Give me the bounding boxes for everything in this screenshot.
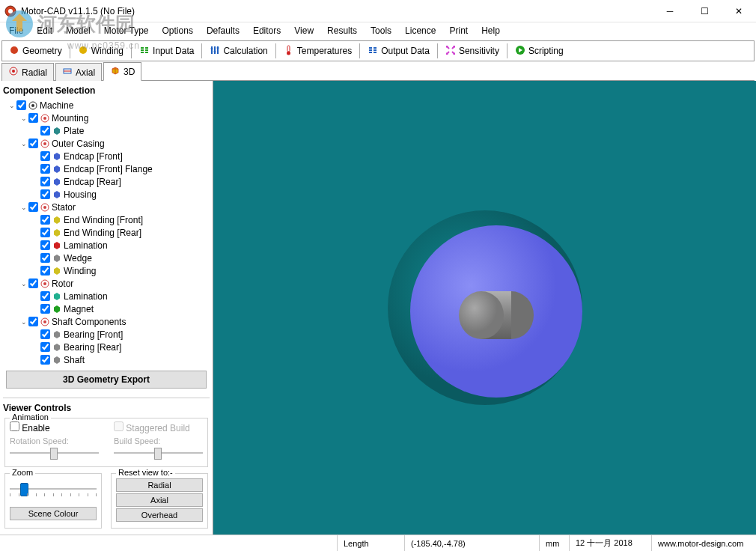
menu-motor-type[interactable]: Motor Type [98, 24, 155, 37]
svg-rect-6 [141, 49, 144, 51]
tree-node-shaft[interactable]: Shaft [4, 353, 208, 365]
menu-print[interactable]: Print [443, 24, 474, 37]
toolbar-scripting[interactable]: Scripting [510, 43, 569, 59]
zoom-slider[interactable] [10, 481, 97, 496]
menu-options[interactable]: Options [156, 24, 199, 37]
node-icon [52, 127, 61, 136]
node-icon [52, 343, 61, 352]
menu-editors[interactable]: Editors [247, 24, 287, 37]
svg-rect-21 [369, 52, 372, 53]
status-unit: mm [539, 535, 569, 551]
close-button[interactable]: ✕ [722, 0, 756, 22]
tree-node-stator[interactable]: ⌄Stator [4, 201, 208, 213]
tree-node-mounting[interactable]: ⌄Mounting [4, 112, 208, 124]
node-icon [40, 203, 49, 212]
svg-point-4 [79, 46, 87, 54]
node-icon [52, 305, 61, 314]
scene-colour-button[interactable]: Scene Colour [10, 507, 97, 520]
status-url[interactable]: www.motor-design.com [651, 535, 756, 551]
toolbar-winding[interactable]: Winding [73, 43, 129, 59]
node-icon [52, 254, 61, 263]
status-length-label: Length [337, 535, 404, 551]
rotation-speed-slider [10, 445, 99, 460]
tab-radial[interactable]: Radial [1, 63, 54, 81]
menu-file[interactable]: File [3, 24, 29, 37]
tree-node-outer-casing[interactable]: ⌄Outer Casing [4, 137, 208, 150]
reset-radial-button[interactable]: Radial [116, 478, 203, 492]
tree-node-shaft-components[interactable]: ⌄Shaft Components [4, 315, 208, 328]
tree-node-endcap-front-flange[interactable]: Endcap [Front] Flange [4, 162, 208, 175]
tree-node-magnet[interactable]: Magnet [4, 302, 208, 315]
tree-node-lamination[interactable]: Lamination [4, 290, 208, 302]
node-icon [52, 165, 61, 174]
node-icon [52, 292, 61, 301]
tab-axial[interactable]: Axial [55, 63, 102, 81]
tree-node-bearing-front[interactable]: Bearing [Front] [4, 328, 208, 341]
menubar: FileEditModelMotor TypeOptionsDefaultsEd… [0, 22, 756, 39]
reset-overhead-button[interactable]: Overhead [116, 508, 203, 522]
staggered-checkbox: Staggered Build [114, 423, 190, 433]
arrows-pink-icon [445, 45, 456, 58]
node-icon [52, 216, 61, 225]
tree-node-machine[interactable]: ⌄Machine [4, 99, 208, 112]
geometry-export-button[interactable]: 3D Geometry Export [6, 371, 207, 389]
enable-checkbox[interactable]: Enable [10, 423, 50, 433]
view-tabs: RadialAxial3D [1, 63, 755, 81]
thermo-red-icon [284, 45, 294, 58]
sliders-blue-icon [210, 45, 220, 58]
node-icon [28, 101, 37, 110]
tree-node-wedge[interactable]: Wedge [4, 252, 208, 264]
tree-node-plate[interactable]: Plate [4, 124, 208, 137]
svg-point-31 [31, 104, 34, 107]
svg-point-2 [8, 9, 13, 13]
node-icon [40, 139, 49, 148]
svg-point-33 [43, 117, 46, 120]
minimize-button[interactable]: ─ [653, 0, 687, 22]
toolbar-calculation[interactable]: Calculation [204, 43, 272, 59]
input-green-icon [139, 45, 150, 58]
menu-model[interactable]: Model [60, 24, 97, 37]
menu-edit[interactable]: Edit [31, 24, 58, 37]
menu-licence[interactable]: Licence [399, 24, 442, 37]
menu-results[interactable]: Results [321, 24, 363, 37]
tree-node-end-winding-rear[interactable]: End Winding [Rear] [4, 226, 208, 239]
tree-node-winding[interactable]: Winding [4, 264, 208, 277]
tree-node-bearing-rear[interactable]: Bearing [Rear] [4, 341, 208, 353]
status-coords: (-185.40,-4.78) [404, 535, 539, 551]
component-tree[interactable]: ⌄Machine⌄MountingPlate⌄Outer CasingEndca… [3, 97, 210, 365]
toolbar-sensitivity[interactable]: Sensitivity [440, 43, 504, 59]
node-icon [52, 177, 61, 186]
menu-view[interactable]: View [288, 24, 320, 37]
tree-node-housing[interactable]: Housing [4, 188, 208, 201]
reset-axial-button[interactable]: Axial [116, 493, 203, 507]
app-icon [4, 5, 16, 17]
menu-tools[interactable]: Tools [365, 24, 397, 37]
svg-point-37 [43, 206, 46, 209]
toolbar-input-data[interactable]: Input Data [134, 43, 199, 59]
tree-node-end-winding-front[interactable]: End Winding [Front] [4, 213, 208, 226]
tree-node-endcap-front[interactable]: Endcap [Front] [4, 150, 208, 162]
tree-node-lamination[interactable]: Lamination [4, 239, 208, 252]
toolbar-geometry[interactable]: Geometry [4, 43, 67, 59]
svg-point-39 [43, 282, 46, 285]
node-icon [40, 317, 49, 326]
tree-node-rotor[interactable]: ⌄Rotor [4, 277, 208, 290]
svg-point-3 [10, 46, 18, 54]
menu-help[interactable]: Help [475, 24, 506, 37]
node-icon [52, 190, 61, 199]
svg-point-14 [211, 47, 213, 49]
menu-defaults[interactable]: Defaults [201, 24, 246, 37]
toolbar-temperatures[interactable]: Temperatures [278, 43, 357, 59]
3d-viewport[interactable] [213, 81, 756, 535]
tab-3d[interactable]: 3D [103, 62, 141, 81]
axial-blue-icon [62, 66, 73, 79]
svg-rect-8 [145, 47, 148, 49]
component-selection-title: Component Selection [3, 84, 210, 97]
toolbar-output-data[interactable]: Output Data [362, 43, 435, 59]
maximize-button[interactable]: ☐ [687, 0, 722, 22]
svg-rect-24 [374, 52, 377, 53]
tree-node-endcap-rear[interactable]: Endcap [Rear] [4, 175, 208, 188]
status-date: 12 十一月 2018 [569, 535, 651, 551]
svg-rect-10 [145, 52, 148, 53]
statusbar: Length (-185.40,-4.78) mm 12 十一月 2018 ww… [0, 535, 756, 551]
